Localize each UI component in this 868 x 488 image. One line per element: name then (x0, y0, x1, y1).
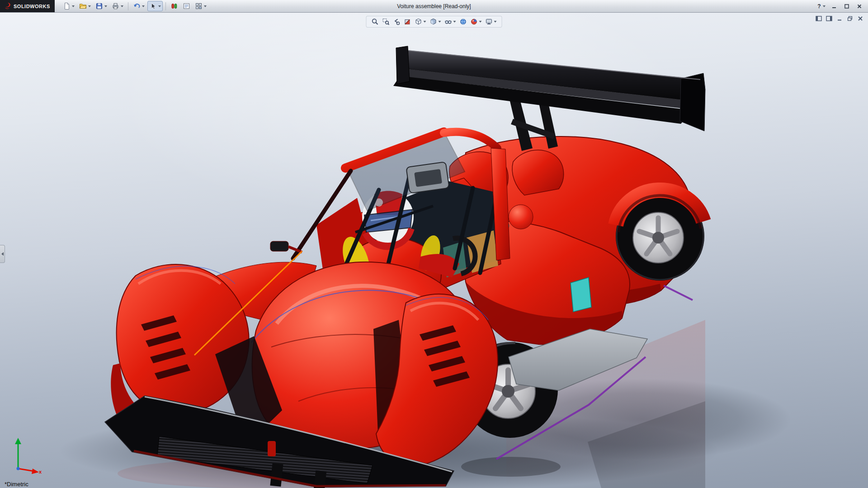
window-title: Voiture assemblee [Read-only] (397, 3, 471, 9)
hide-show-items-icon (445, 18, 452, 25)
view-orientation-label: *Dimetric (5, 481, 28, 488)
minimize-button[interactable] (829, 2, 839, 10)
previous-view-button[interactable] (392, 17, 401, 26)
dropdown-caret (479, 21, 482, 23)
dropdown-caret (158, 5, 161, 7)
panel-right-button[interactable] (825, 15, 833, 22)
view-orientation-button[interactable] (414, 17, 427, 26)
section-view-button[interactable] (403, 17, 412, 26)
headsup-view-toolbar (366, 16, 502, 28)
previous-view-icon (393, 18, 401, 25)
help-button[interactable]: ? (816, 2, 826, 10)
zoom-to-fit-icon (372, 18, 379, 25)
dropdown-caret (142, 5, 145, 7)
minimize-icon (831, 4, 837, 9)
dropdown-caret (72, 5, 75, 7)
open-button[interactable] (77, 1, 93, 11)
dropdown-caret (204, 5, 207, 7)
help-label: ? (817, 3, 821, 9)
dropdown-caret (121, 5, 123, 7)
model-render[interactable] (0, 13, 868, 488)
dropdown-caret (823, 5, 826, 7)
solidworks-window: SOLIDWORKS (0, 0, 868, 488)
display-style-icon (430, 18, 437, 25)
dropdown-caret (88, 5, 91, 7)
restore-icon (847, 16, 853, 21)
chevron-left-icon (1, 252, 4, 256)
close-icon (858, 16, 863, 21)
view-settings-button[interactable] (485, 17, 498, 26)
close-icon (857, 4, 862, 9)
main-toolbar (61, 1, 208, 11)
edit-color-icon (170, 2, 178, 10)
drawing-sheet-button[interactable] (181, 1, 192, 11)
undo-icon (133, 2, 141, 10)
minimize-icon (837, 16, 842, 21)
doc-restore-button[interactable] (846, 15, 854, 22)
toolbar-separator (128, 2, 128, 10)
panel-right-icon (826, 16, 832, 21)
triad-x-axis-label: x (39, 469, 42, 474)
doc-minimize-button[interactable] (835, 15, 844, 22)
view-orientation-icon (415, 18, 422, 25)
apply-scene-button[interactable] (459, 17, 468, 26)
doc-close-button[interactable] (856, 15, 864, 22)
solidworks-logo: SOLIDWORKS (0, 0, 55, 12)
select-cursor-icon (149, 2, 157, 10)
maximize-button[interactable] (842, 2, 852, 10)
dropdown-caret (104, 5, 107, 7)
display-style-button[interactable] (429, 17, 442, 26)
brand-text: SOLIDWORKS (14, 4, 50, 9)
view-settings-icon (486, 18, 493, 25)
ds-logo-icon (4, 2, 11, 10)
save-icon (95, 2, 103, 10)
zoom-to-fit-button[interactable] (371, 17, 380, 26)
zoom-to-area-button[interactable] (382, 17, 391, 26)
car-model (59, 46, 791, 488)
panel-left-button[interactable] (815, 15, 823, 22)
print-button[interactable] (110, 1, 125, 11)
hide-show-items-button[interactable] (444, 17, 457, 26)
edit-appearance-icon (471, 18, 478, 25)
apply-scene-icon (460, 18, 467, 25)
panel-collapse-tab[interactable] (0, 245, 5, 263)
open-icon (79, 2, 87, 10)
dropdown-caret (424, 21, 426, 23)
edit-appearance-button[interactable] (470, 17, 483, 26)
section-view-icon (404, 18, 411, 25)
dropdown-caret (494, 21, 497, 23)
options-grid-icon (195, 2, 203, 10)
options-button[interactable] (193, 1, 208, 11)
toolbar-separator (165, 2, 166, 10)
panel-left-icon (816, 16, 822, 21)
document-window-controls (815, 15, 864, 22)
new-document-button[interactable] (61, 1, 76, 11)
reference-triad[interactable] (6, 432, 52, 475)
dropdown-caret (453, 21, 456, 23)
title-bar: SOLIDWORKS (0, 0, 868, 13)
maximize-icon (844, 4, 849, 9)
window-controls: ? (816, 2, 868, 10)
drawing-sheet-icon (183, 2, 190, 10)
dropdown-caret (439, 21, 441, 23)
save-button[interactable] (94, 1, 109, 11)
undo-button[interactable] (131, 1, 146, 11)
new-document-icon (63, 2, 71, 10)
zoom-to-area-icon (382, 18, 390, 25)
edit-color-button[interactable] (169, 1, 180, 11)
graphics-area[interactable]: x *Dimetric (0, 13, 868, 488)
print-icon (112, 2, 119, 10)
close-button[interactable] (854, 2, 864, 10)
select-tool-button[interactable] (147, 1, 163, 11)
